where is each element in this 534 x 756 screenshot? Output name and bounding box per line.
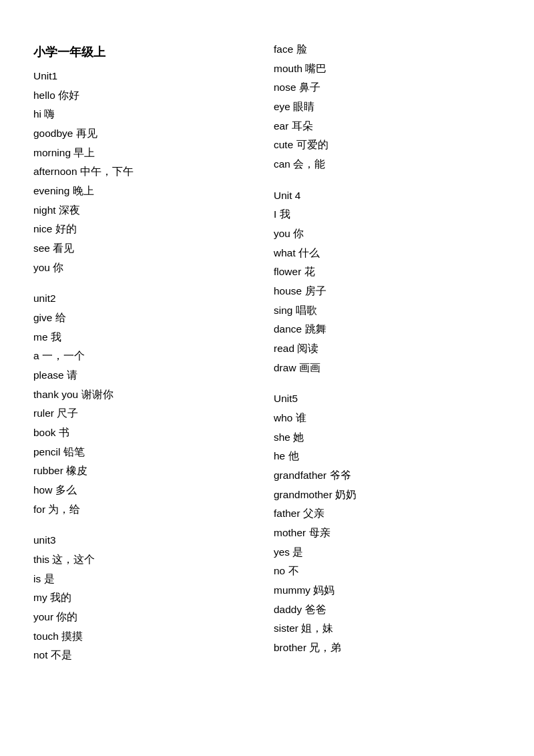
page-content: 小学一年级上Unit1hello 你好hi 嗨goodbye 再见morning… — [33, 40, 501, 665]
vocab-item: hello 你好 — [33, 86, 274, 106]
unit-header: unit3 — [33, 531, 274, 550]
vocab-item: night 深夜 — [33, 201, 274, 220]
vocab-item: hi 嗨 — [33, 105, 274, 124]
vocab-item: this 这，这个 — [33, 550, 274, 570]
vocab-item: how 多么 — [33, 481, 274, 500]
vocab-item: draw 画画 — [274, 359, 514, 378]
unit-header: unit2 — [33, 289, 274, 309]
vocab-item: house 房子 — [274, 282, 514, 301]
vocab-item: morning 早上 — [33, 144, 274, 163]
unit-header: Unit 4 — [274, 186, 514, 206]
vocab-item: mouth 嘴巴 — [274, 59, 514, 79]
page-title: 小学一年级上 — [33, 40, 274, 64]
vocab-item: ruler 尺子 — [33, 404, 274, 423]
vocab-item: I 我 — [274, 205, 514, 224]
vocab-item: father 父亲 — [274, 504, 514, 524]
vocab-item: brother 兄，弟 — [274, 638, 514, 658]
vocab-item: no 不 — [274, 562, 514, 581]
vocab-item: see 看见 — [33, 239, 274, 258]
vocab-item: sister 姐，妹 — [274, 619, 514, 638]
vocab-item: thank you 谢谢你 — [33, 385, 274, 405]
unit-header: Unit1 — [33, 67, 274, 86]
vocab-item: nose 鼻子 — [274, 78, 514, 98]
vocab-item: please 请 — [33, 366, 274, 385]
vocab-item: grandmother 奶奶 — [274, 486, 514, 505]
vocab-item: afternoon 中午，下午 — [33, 162, 274, 182]
vocab-item: nice 好的 — [33, 220, 274, 239]
vocab-item: yes 是 — [274, 543, 514, 562]
vocab-item: evening 晚上 — [33, 182, 274, 201]
vocab-item: book 书 — [33, 423, 274, 443]
spacer — [33, 277, 274, 287]
vocab-item: daddy 爸爸 — [274, 600, 514, 620]
vocab-item: ear 耳朵 — [274, 117, 514, 136]
vocab-item: your 你的 — [33, 608, 274, 627]
vocab-item: he 他 — [274, 447, 514, 466]
vocab-item: can 会，能 — [274, 155, 514, 174]
vocab-item: dance 跳舞 — [274, 320, 514, 339]
spacer — [274, 174, 514, 184]
vocab-item: who 谁 — [274, 409, 514, 428]
vocab-item: me 我 — [33, 328, 274, 347]
vocab-item: face 脸 — [274, 40, 514, 59]
vocab-item: grandfather 爷爷 — [274, 466, 514, 486]
vocab-item: rubber 橡皮 — [33, 461, 274, 481]
vocab-item: touch 摸摸 — [33, 627, 274, 646]
vocab-item: give 给 — [33, 309, 274, 328]
vocab-item: is 是 — [33, 570, 274, 589]
vocab-item: for 为，给 — [33, 500, 274, 520]
vocab-item: what 什么 — [274, 244, 514, 263]
vocab-item: flower 花 — [274, 262, 514, 282]
vocab-item: not 不是 — [33, 646, 274, 665]
left-column: 小学一年级上Unit1hello 你好hi 嗨goodbye 再见morning… — [33, 40, 274, 665]
vocab-item: mummy 妈妈 — [274, 581, 514, 600]
vocab-item: sing 唱歌 — [274, 301, 514, 321]
spacer — [274, 377, 514, 387]
vocab-item: my 我的 — [33, 588, 274, 608]
spacer — [33, 519, 274, 528]
right-column: face 脸mouth 嘴巴nose 鼻子eye 眼睛ear 耳朵cute 可爱… — [274, 40, 514, 665]
unit-header: Unit5 — [274, 389, 514, 409]
vocab-item: eye 眼睛 — [274, 98, 514, 117]
vocab-item: pencil 铅笔 — [33, 443, 274, 462]
vocab-item: you 你 — [274, 224, 514, 244]
vocab-item: she 她 — [274, 428, 514, 447]
vocab-item: you 你 — [33, 258, 274, 278]
vocab-item: a 一，一个 — [33, 347, 274, 366]
vocab-item: cute 可爱的 — [274, 136, 514, 155]
vocab-item: goodbye 再见 — [33, 124, 274, 144]
vocab-item: mother 母亲 — [274, 524, 514, 543]
vocab-item: read 阅读 — [274, 339, 514, 359]
